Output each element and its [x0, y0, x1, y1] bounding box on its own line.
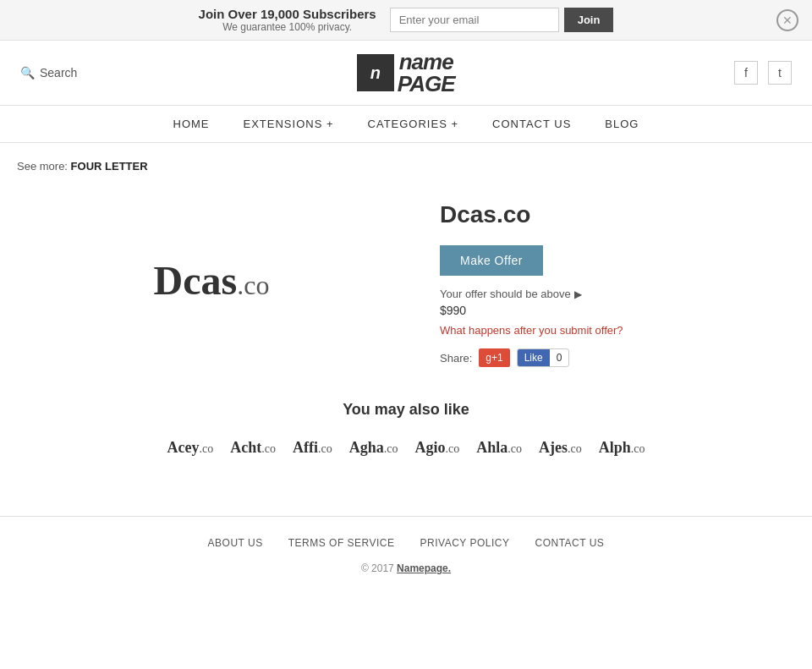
footer: ABOUT US TERMS OF SERVICE PRIVACY POLICY…: [0, 516, 812, 595]
banner-text: Join Over 19,000 Subscribers We guarante…: [199, 7, 376, 33]
make-offer-button[interactable]: Make Offer: [440, 245, 543, 276]
domain-logo: Dcas.co: [154, 257, 270, 304]
facebook-like-button[interactable]: Like 0: [517, 348, 570, 367]
also-like-grid: Acey.co Acht.co Affi.co Agha.co Agio.co …: [17, 439, 795, 457]
also-like-ahla[interactable]: Ahla.co: [476, 439, 522, 457]
domain-logo-area: Dcas.co: [17, 193, 406, 367]
domain-tld-part: .co: [237, 270, 269, 300]
also-like-acey[interactable]: Acey.co: [167, 439, 214, 457]
search-icon: 🔍: [20, 66, 35, 80]
nav-extensions[interactable]: EXTENSIONS +: [244, 118, 334, 130]
nav-home[interactable]: HOME: [173, 118, 210, 130]
facebook-link[interactable]: f: [734, 61, 758, 85]
header: 🔍 Search n name PAGE f t: [0, 41, 812, 106]
top-banner: Join Over 19,000 Subscribers We guarante…: [0, 0, 812, 41]
banner-title: Join Over 19,000 Subscribers: [199, 7, 376, 21]
offer-price: $990: [440, 304, 795, 317]
nav-categories[interactable]: CATEGORIES +: [368, 118, 458, 130]
also-like-alph[interactable]: Alph.co: [599, 439, 645, 457]
footer-about[interactable]: ABOUT US: [208, 537, 263, 549]
google-plus-button[interactable]: g+1: [479, 348, 509, 367]
share-row: Share: g+1 Like 0: [440, 348, 795, 367]
close-banner-button[interactable]: ✕: [776, 9, 798, 31]
footer-links: ABOUT US TERMS OF SERVICE PRIVACY POLICY…: [20, 537, 792, 549]
site-logo[interactable]: n name PAGE: [357, 51, 455, 95]
also-like-ajes[interactable]: Ajes.co: [539, 439, 582, 457]
also-like-title: You may also like: [17, 401, 795, 419]
twitter-icon: t: [778, 66, 782, 80]
footer-copy-link[interactable]: Namepage.: [397, 562, 451, 574]
fb-like-label: Like: [518, 349, 550, 366]
join-button[interactable]: Join: [564, 8, 614, 32]
main-content: See more: FOUR LETTER Dcas.co Dcas.co Ma…: [0, 143, 812, 491]
domain-title: Dcas.co: [440, 201, 795, 228]
banner-subtitle: We guarantee 100% privacy.: [199, 21, 376, 33]
logo-text: name PAGE: [398, 51, 455, 95]
see-more-section: See more: FOUR LETTER: [17, 160, 795, 173]
domain-section: Dcas.co Dcas.co Make Offer Your offer sh…: [17, 193, 795, 367]
offer-info-link[interactable]: What happens after you submit offer?: [440, 324, 795, 337]
logo-icon: n: [357, 54, 394, 91]
also-like-affi[interactable]: Affi.co: [293, 439, 332, 457]
social-links: f t: [734, 61, 792, 85]
domain-name-part: Dcas: [154, 258, 238, 303]
also-like-acht[interactable]: Acht.co: [230, 439, 276, 457]
fb-count: 0: [550, 349, 569, 366]
facebook-icon: f: [744, 66, 748, 80]
footer-privacy[interactable]: PRIVACY POLICY: [420, 537, 510, 549]
also-like-section: You may also like Acey.co Acht.co Affi.c…: [17, 401, 795, 457]
also-like-agio[interactable]: Agio.co: [414, 439, 459, 457]
main-nav: HOME EXTENSIONS + CATEGORIES + CONTACT U…: [0, 106, 812, 143]
nav-blog[interactable]: BLOG: [605, 118, 639, 130]
search-trigger[interactable]: 🔍 Search: [20, 66, 77, 80]
email-input[interactable]: [390, 8, 559, 32]
search-label: Search: [40, 66, 77, 80]
offer-arrow-icon: ▶: [574, 288, 582, 300]
offer-hint: Your offer should be above ▶: [440, 288, 795, 300]
twitter-link[interactable]: t: [768, 61, 792, 85]
nav-contact[interactable]: CONTACT US: [492, 118, 571, 130]
share-label: Share:: [440, 352, 472, 365]
see-more-label[interactable]: FOUR LETTER: [71, 160, 148, 173]
see-more-prefix: See more:: [17, 160, 68, 173]
domain-info: Dcas.co Make Offer Your offer should be …: [440, 193, 795, 367]
footer-copyright: © 2017 Namepage.: [20, 562, 792, 574]
footer-terms[interactable]: TERMS OF SERVICE: [288, 537, 395, 549]
banner-form: Join: [390, 8, 614, 32]
also-like-agha[interactable]: Agha.co: [349, 439, 398, 457]
footer-contact[interactable]: CONTACT US: [535, 537, 604, 549]
